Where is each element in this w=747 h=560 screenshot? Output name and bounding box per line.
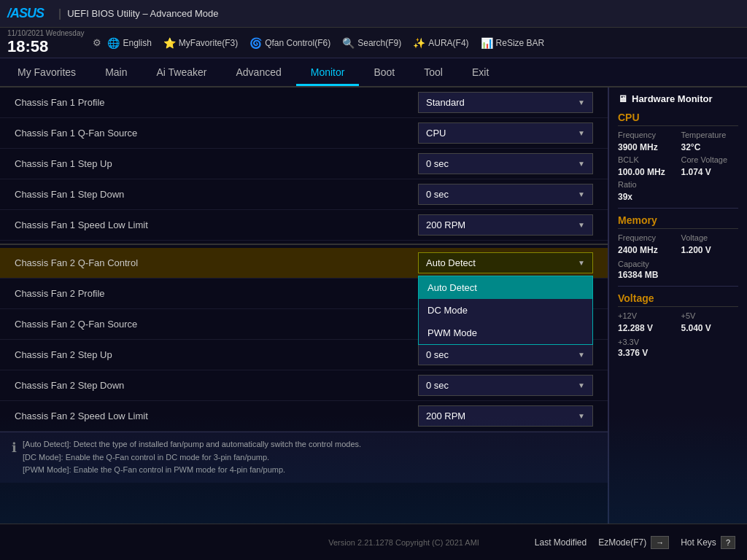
ez-mode-action[interactable]: EzMode(F7) → [598, 536, 669, 549]
topbar-resizebar[interactable]: 📊 ReSize BAR [481, 37, 545, 49]
hw-divider-1 [618, 208, 738, 209]
hw-mem-cap-label: Capacity [618, 260, 738, 268]
main-content: Chassis Fan 1 Profile Standard ▼ Chassis… [0, 88, 747, 524]
right-panel: 🖥 Hardware Monitor CPU Frequency Tempera… [608, 88, 747, 524]
nav-tabs: My Favorites Main Ai Tweaker Advanced Mo… [0, 58, 747, 88]
topbar-language-label: English [123, 38, 151, 48]
search-icon: 🔍 [342, 37, 355, 49]
hw-cpu-temp-label: Temperature [681, 131, 739, 139]
dropdown-option-pwm-mode[interactable]: PWM Mode [419, 322, 592, 344]
hw-cpu-grid: Frequency Temperature 3900 MHz 32°C BCLK… [618, 131, 738, 202]
dropdown-chassis-fan1-profile[interactable]: Standard ▼ [418, 92, 593, 113]
dropdown-chassis-fan1-step-up[interactable]: 0 sec ▼ [418, 153, 593, 174]
topbar-qfan-label: Qfan Control(F6) [265, 38, 330, 48]
control-chassis-fan1-source: CPU ▼ [418, 122, 593, 144]
tab-exit[interactable]: Exit [457, 61, 503, 86]
topbar-aura[interactable]: ✨ AURA(F4) [413, 37, 468, 49]
topbar-language[interactable]: 🌐 English [107, 37, 151, 49]
hw-cpu-bclk-label: BCLK [618, 155, 676, 164]
version-text: Version 2.21.1278 Copyright (C) 2021 AMI [273, 538, 534, 547]
label-chassis-fan2-step-up: Chassis Fan 2 Step Up [15, 349, 418, 360]
control-chassis-fan2-step-down: 0 sec ▼ [418, 375, 593, 396]
logo: /ASUS [7, 6, 44, 21]
dropdown-chassis-fan2-speed-low[interactable]: 200 RPM ▼ [418, 405, 593, 427]
label-chassis-fan2-control: Chassis Fan 2 Q-Fan Control [15, 257, 418, 268]
hw-divider-2 [618, 286, 738, 287]
monitor-icon: 🖥 [618, 93, 627, 104]
dropdown-option-dc-mode[interactable]: DC Mode [419, 299, 592, 322]
topbar-aura-label: AURA(F4) [428, 38, 468, 48]
chevron-down-icon: ▼ [578, 381, 585, 389]
hw-cpu-bclk-value: 100.00 MHz [618, 167, 676, 177]
label-chassis-fan2-profile: Chassis Fan 2 Profile [15, 288, 418, 299]
topbar-resizebar-label: ReSize BAR [496, 38, 545, 48]
tab-monitor[interactable]: Monitor [296, 61, 360, 86]
date-text: 11/10/2021 Wednesday [7, 29, 84, 37]
info-bar: ℹ [Auto Detect]: Detect the type of inst… [0, 432, 608, 483]
hot-keys-label: Hot Keys [681, 537, 716, 548]
hw-cpu-freq-label: Frequency [618, 131, 676, 139]
dropdown-option-auto-detect[interactable]: Auto Detect [419, 276, 592, 299]
tab-boot[interactable]: Boot [359, 61, 409, 86]
dropdown-chassis-fan1-step-down[interactable]: 0 sec ▼ [418, 184, 593, 205]
control-chassis-fan2-control: Auto Detect ▼ Auto Detect DC Mode PWM Mo… [418, 252, 593, 273]
hw-mem-freq-label: Frequency [618, 233, 676, 242]
hw-mem-freq-value: 2400 MHz [618, 245, 676, 255]
label-chassis-fan2-step-down: Chassis Fan 2 Step Down [15, 380, 418, 391]
datetime-bar: 11/10/2021 Wednesday 18:58 ⚙ 🌐 English ⭐… [0, 28, 747, 58]
chevron-down-icon: ▼ [578, 221, 585, 229]
label-chassis-fan2-source: Chassis Fan 2 Q-Fan Source [15, 319, 418, 330]
row-chassis-fan1-profile: Chassis Fan 1 Profile Standard ▼ [0, 88, 608, 118]
label-chassis-fan1-speed-low: Chassis Fan 1 Speed Low Limit [15, 219, 418, 230]
row-chassis-fan2-speed-low: Chassis Fan 2 Speed Low Limit 200 RPM ▼ [0, 401, 608, 432]
hw-memory-grid: Frequency Voltage 2400 MHz 1.200 V [618, 233, 738, 255]
control-chassis-fan1-profile: Standard ▼ [418, 92, 593, 113]
logo-slash: | [58, 7, 61, 20]
info-line-3: [PWM Mode]: Enable the Q-Fan control in … [23, 464, 361, 477]
hot-keys-action[interactable]: Hot Keys ? [681, 536, 735, 549]
topbar-myfavorite[interactable]: ⭐ MyFavorite(F3) [163, 37, 238, 49]
datetime-display: 11/10/2021 Wednesday 18:58 [7, 29, 84, 56]
row-chassis-fan1-step-up: Chassis Fan 1 Step Up 0 sec ▼ [0, 149, 608, 179]
dropdown-chassis-fan1-speed-low[interactable]: 200 RPM ▼ [418, 214, 593, 236]
tab-main[interactable]: Main [90, 61, 142, 86]
bios-title: UEFI BIOS Utility – Advanced Mode [67, 8, 218, 19]
divider [0, 244, 608, 245]
dropdown-chassis-fan2-control[interactable]: Auto Detect ▼ [418, 252, 593, 273]
tab-my-favorites[interactable]: My Favorites [3, 61, 90, 86]
hw-volt-33v-label: +3.3V [618, 338, 738, 346]
topbar-search[interactable]: 🔍 Search(F9) [342, 37, 401, 49]
hw-volt-33v-value: 3.376 V [618, 348, 738, 358]
last-modified-label: Last Modified [535, 537, 587, 548]
tab-tool[interactable]: Tool [409, 61, 457, 86]
bottom-bar: Version 2.21.1278 Copyright (C) 2021 AMI… [0, 524, 747, 560]
row-chassis-fan2-control: Chassis Fan 2 Q-Fan Control Auto Detect … [0, 248, 608, 279]
fan-icon: 🌀 [249, 37, 262, 49]
last-modified-action[interactable]: Last Modified [535, 536, 587, 549]
chevron-down-icon: ▼ [578, 351, 585, 359]
hw-section-memory: Memory [618, 214, 738, 229]
ez-mode-arrow-icon: → [651, 536, 669, 549]
tab-advanced[interactable]: Advanced [221, 61, 295, 86]
settings-icon[interactable]: ⚙ [93, 37, 101, 48]
aura-icon: ✨ [413, 37, 425, 49]
dropdown-chassis-fan1-source[interactable]: CPU ▼ [418, 122, 593, 144]
hw-cpu-freq-value: 3900 MHz [618, 142, 676, 152]
hw-cpu-ratio-label: Ratio [618, 180, 676, 189]
topbar-qfan[interactable]: 🌀 Qfan Control(F6) [249, 37, 330, 49]
tab-ai-tweaker[interactable]: Ai Tweaker [142, 61, 221, 86]
chevron-down-icon: ▼ [578, 160, 585, 168]
hw-section-voltage: Voltage [618, 292, 738, 307]
ez-mode-label: EzMode(F7) [598, 537, 646, 548]
dropdown-chassis-fan2-step-down[interactable]: 0 sec ▼ [418, 375, 593, 396]
control-chassis-fan2-step-up: 0 sec ▼ [418, 344, 593, 365]
dropdown-popup: Auto Detect DC Mode PWM Mode [418, 276, 593, 345]
hw-section-cpu: CPU [618, 112, 738, 126]
dropdown-chassis-fan2-step-up[interactable]: 0 sec ▼ [418, 344, 593, 365]
hw-mem-cap-value: 16384 MB [618, 270, 738, 280]
hw-cpu-corevolt-value: 1.074 V [681, 167, 739, 177]
info-line-2: [DC Mode]: Enable the Q-Fan control in D… [23, 451, 361, 464]
bottom-right-actions: Last Modified EzMode(F7) → Hot Keys ? [535, 536, 735, 549]
info-icon: ℹ [12, 440, 17, 456]
resize-icon: 📊 [481, 37, 493, 49]
